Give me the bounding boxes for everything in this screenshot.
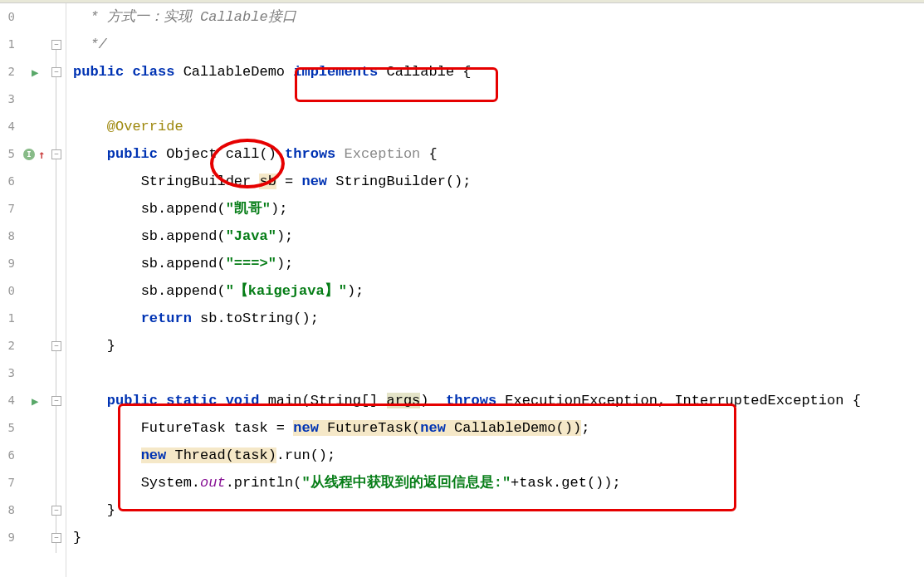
code-line: sb.append("凯哥"); bbox=[73, 195, 924, 222]
line-number: 1 bbox=[0, 31, 18, 58]
code-line: public class CallableDemo implements Cal… bbox=[73, 58, 924, 86]
line-number: 6 bbox=[0, 168, 18, 195]
fold-collapse-icon[interactable]: − bbox=[51, 396, 61, 406]
code-line: public static void main(String[] args) t… bbox=[73, 387, 924, 414]
implements-method-icon[interactable]: I bbox=[23, 149, 35, 160]
code-line: FutureTask task = new FutureTask(new Cal… bbox=[73, 414, 924, 442]
code-line: } bbox=[73, 524, 924, 551]
line-number: 8 bbox=[0, 496, 18, 524]
line-number: 3 bbox=[0, 359, 18, 387]
run-class-icon[interactable]: ▶ bbox=[32, 66, 38, 79]
line-number: 2 bbox=[0, 332, 18, 359]
code-line: sb.append("【kaigejava】"); bbox=[73, 277, 924, 305]
line-number: 8 bbox=[0, 222, 18, 250]
fold-collapse-icon[interactable]: − bbox=[51, 506, 61, 516]
line-number: 3 bbox=[0, 86, 18, 113]
line-number: 7 bbox=[0, 469, 18, 496]
line-number: 0 bbox=[0, 3, 18, 31]
code-line: sb.append("===>"); bbox=[73, 250, 924, 277]
line-number: 7 bbox=[0, 195, 18, 222]
line-number: 9 bbox=[0, 524, 18, 551]
line-number: 9 bbox=[0, 250, 18, 277]
line-number: 0 bbox=[0, 277, 18, 305]
fold-gutter: − − − − − − − bbox=[50, 3, 66, 577]
code-line: StringBuilder sb = new StringBuilder(); bbox=[73, 168, 924, 195]
code-line: System.out.println("从线程中获取到的返回信息是:"+task… bbox=[73, 469, 924, 496]
code-line: } bbox=[73, 332, 924, 359]
line-number: 4 bbox=[0, 387, 18, 414]
code-line: @Override bbox=[73, 113, 924, 140]
run-main-icon[interactable]: ▶ bbox=[32, 394, 38, 408]
line-number: 5 bbox=[0, 140, 18, 168]
icon-gutter: ▶ I ↑ ▶ bbox=[18, 3, 50, 577]
editor-container: 0 1 2 3 4 5 6 7 8 9 0 1 2 3 4 5 6 7 8 9 … bbox=[0, 3, 924, 577]
line-number: 2 bbox=[0, 58, 18, 86]
fold-collapse-icon[interactable]: − bbox=[51, 533, 61, 543]
code-line: public Object call() throws Exception { bbox=[73, 140, 924, 168]
code-editor[interactable]: * 方式一：实现 Callable接口 */ public class Call… bbox=[66, 3, 924, 577]
line-number: 5 bbox=[0, 414, 18, 442]
fold-collapse-icon[interactable]: − bbox=[51, 67, 61, 77]
code-line bbox=[73, 86, 924, 113]
line-number: 6 bbox=[0, 442, 18, 469]
code-line bbox=[73, 359, 924, 387]
fold-collapse-icon[interactable]: − bbox=[51, 149, 61, 159]
fold-collapse-icon[interactable]: − bbox=[51, 40, 61, 50]
line-number: 4 bbox=[0, 113, 18, 140]
code-line: return sb.toString(); bbox=[73, 305, 924, 332]
code-line: new Thread(task).run(); bbox=[73, 442, 924, 469]
line-number: 1 bbox=[0, 305, 18, 332]
code-line: sb.append("Java"); bbox=[73, 222, 924, 250]
navigate-up-icon[interactable]: ↑ bbox=[38, 148, 45, 161]
line-number-gutter: 0 1 2 3 4 5 6 7 8 9 0 1 2 3 4 5 6 7 8 9 bbox=[0, 3, 18, 577]
code-line: */ bbox=[73, 31, 924, 58]
fold-collapse-icon[interactable]: − bbox=[51, 341, 61, 351]
code-line: * 方式一：实现 Callable接口 bbox=[73, 3, 924, 31]
code-line: } bbox=[73, 496, 924, 524]
